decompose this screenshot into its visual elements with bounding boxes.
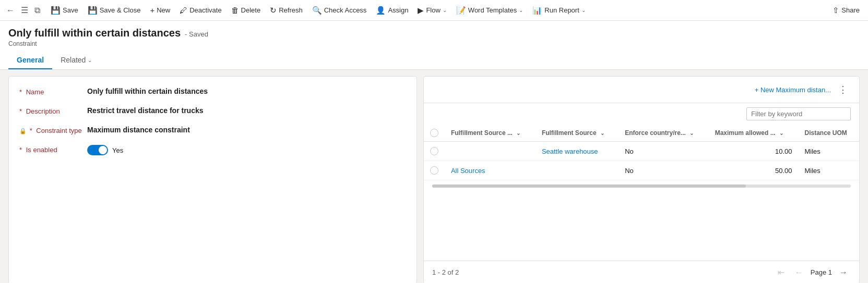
- filter-row: [424, 103, 859, 125]
- run-report-icon: 📊: [532, 6, 542, 15]
- first-page-button[interactable]: ⇤: [775, 266, 788, 278]
- prev-page-button[interactable]: ←: [792, 267, 806, 278]
- header-checkbox[interactable]: [430, 129, 438, 137]
- row2-fulfillment-source-2: [536, 161, 619, 180]
- header-maximum-allowed[interactable]: Maximum allowed ... ⌄: [709, 125, 799, 142]
- new-max-distance-button[interactable]: + New Maximum distan...: [755, 86, 831, 94]
- name-value: Only fulfill within certain distances: [87, 87, 208, 95]
- row2-maximum-allowed: 50.00: [709, 161, 799, 180]
- grid-card: + New Maximum distan... ⋮ Fulfillment So…: [423, 76, 860, 283]
- constraint-type-label: 🔒 * Constraint type: [19, 126, 87, 134]
- constraint-type-value: Maximum distance constraint: [87, 126, 190, 134]
- is-enabled-toggle[interactable]: [87, 145, 108, 155]
- header-fulfillment-source-2[interactable]: Fulfillment Source ⌄: [536, 125, 619, 142]
- plus-icon: +: [150, 6, 154, 15]
- refresh-button[interactable]: ↻ Refresh: [266, 4, 307, 17]
- popup-icon-button[interactable]: ⧉: [32, 4, 42, 17]
- save-button[interactable]: 💾 Save: [46, 4, 82, 17]
- description-required-indicator: *: [19, 107, 22, 115]
- word-templates-button[interactable]: 📝 Word Templates ⌄: [452, 4, 527, 17]
- deactivate-button[interactable]: 🖊 Deactivate: [175, 4, 225, 17]
- grid-more-button[interactable]: ⋮: [835, 83, 851, 96]
- row1-distance-uom: Miles: [798, 142, 859, 161]
- run-report-chevron-icon: ⌄: [581, 7, 586, 13]
- row1-fulfillment-source-1: [445, 142, 536, 161]
- check-access-icon: 🔍: [312, 6, 322, 15]
- description-value: Restrict travel distance for trucks: [87, 106, 204, 115]
- run-report-button[interactable]: 📊 Run Report ⌄: [528, 4, 589, 17]
- is-enabled-field-row: * Is enabled Yes: [19, 145, 406, 155]
- filter-input[interactable]: [746, 107, 851, 120]
- pagination: 1 - 2 of 2 ⇤ ← Page 1 →: [424, 261, 859, 283]
- scrollbar-area: [424, 180, 859, 192]
- list-icon-button[interactable]: ☰: [19, 3, 30, 17]
- name-field-row: * Name Only fulfill within certain dista…: [19, 87, 406, 96]
- fulfillment-source-1-sort-icon: ⌄: [516, 130, 520, 136]
- page-saved-status: - Saved: [185, 30, 208, 38]
- table-body: Seattle warehouse No 10.00 Miles All Sou…: [424, 142, 859, 180]
- row1-checkbox-cell: [424, 142, 445, 161]
- row2-checkbox-cell: [424, 161, 445, 180]
- is-enabled-required-indicator: *: [19, 146, 22, 154]
- row2-checkbox[interactable]: [430, 166, 438, 175]
- page-header: Only fulfill within certain distances - …: [0, 21, 868, 70]
- toggle-knob: [99, 146, 107, 154]
- row1-checkbox[interactable]: [430, 147, 438, 155]
- table-header: Fulfillment Source ... ⌄ Fulfillment Sou…: [424, 125, 859, 142]
- constraint-type-field-row: 🔒 * Constraint type Maximum distance con…: [19, 126, 406, 134]
- row1-maximum-allowed: 10.00: [709, 142, 799, 161]
- save-close-icon: 💾: [88, 6, 98, 15]
- scrollbar-thumb[interactable]: [432, 184, 746, 188]
- lock-icon: 🔒: [19, 128, 27, 134]
- page-title: Only fulfill within certain distances: [8, 27, 181, 39]
- related-chevron-icon: ⌄: [88, 57, 92, 63]
- name-required-indicator: *: [19, 88, 22, 96]
- is-enabled-toggle-container: Yes: [87, 145, 123, 155]
- maximum-allowed-sort-icon: ⌄: [779, 130, 783, 136]
- back-button[interactable]: ←: [4, 4, 17, 17]
- form-card: * Name Only fulfill within certain dista…: [8, 76, 417, 283]
- save-close-button[interactable]: 💾 Save & Close: [84, 4, 145, 17]
- table-row: Seattle warehouse No 10.00 Miles: [424, 142, 859, 161]
- flow-button[interactable]: ▶ Flow ⌄: [413, 4, 450, 17]
- word-templates-icon: 📝: [456, 6, 466, 15]
- header-enforce-country[interactable]: Enforce country/re... ⌄: [619, 125, 709, 142]
- new-button[interactable]: + New: [146, 4, 174, 17]
- row2-distance-uom: Miles: [798, 161, 859, 180]
- page-subtitle: Constraint: [8, 40, 860, 47]
- grid-header: + New Maximum distan... ⋮: [424, 77, 859, 103]
- refresh-icon: ↻: [270, 6, 277, 15]
- header-checkbox-cell: [424, 125, 445, 142]
- tabs: General Related ⌄: [8, 52, 860, 69]
- row2-enforce-country: No: [619, 161, 709, 180]
- table-header-row: Fulfillment Source ... ⌄ Fulfillment Sou…: [424, 125, 859, 142]
- fulfillment-source-2-sort-icon: ⌄: [600, 130, 604, 136]
- row2-fulfillment-source-1[interactable]: All Sources: [445, 161, 536, 180]
- save-icon: 💾: [51, 6, 61, 15]
- constraint-type-required-indicator: *: [30, 127, 32, 134]
- deactivate-icon: 🖊: [180, 6, 187, 15]
- row1-enforce-country: No: [619, 142, 709, 161]
- check-access-button[interactable]: 🔍 Check Access: [308, 4, 371, 17]
- delete-icon: 🗑: [231, 6, 239, 15]
- next-page-button[interactable]: →: [836, 267, 851, 278]
- enforce-country-sort-icon: ⌄: [689, 130, 694, 136]
- toolbar: ← ☰ ⧉ 💾 Save 💾 Save & Close + New 🖊 Deac…: [0, 0, 868, 21]
- page-label: Page 1: [811, 268, 832, 276]
- assign-icon: 👤: [376, 6, 386, 15]
- description-field-row: * Description Restrict travel distance f…: [19, 106, 406, 115]
- share-button[interactable]: ⇧ Share: [828, 4, 864, 17]
- nav-icons: ← ☰ ⧉: [4, 3, 42, 17]
- tab-general[interactable]: General: [8, 52, 52, 69]
- assign-button[interactable]: 👤 Assign: [372, 4, 412, 17]
- tab-related[interactable]: Related ⌄: [52, 52, 100, 69]
- delete-button[interactable]: 🗑 Delete: [227, 4, 265, 17]
- header-fulfillment-source-1[interactable]: Fulfillment Source ... ⌄: [445, 125, 536, 142]
- description-label: * Description: [19, 106, 87, 115]
- row1-fulfillment-source-2[interactable]: Seattle warehouse: [536, 142, 619, 161]
- scrollbar-track: [432, 184, 851, 188]
- main-content: * Name Only fulfill within certain dista…: [0, 70, 868, 283]
- flow-icon: ▶: [418, 6, 424, 15]
- share-icon: ⇧: [833, 6, 839, 15]
- pagination-controls: ⇤ ← Page 1 →: [775, 266, 851, 278]
